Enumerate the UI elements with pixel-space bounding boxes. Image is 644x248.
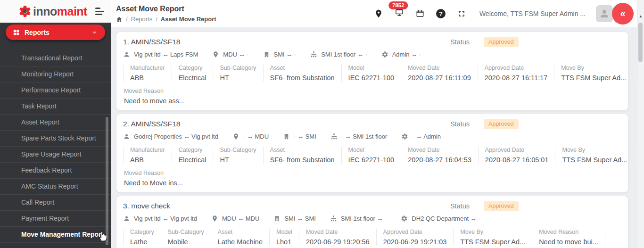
field-label: Approved Date (485, 65, 548, 71)
collapse-panel-button[interactable]: « (612, 3, 634, 25)
field-asset: AssetLathe Machine (211, 229, 269, 246)
sidebar-item-spare-parts-stock-report[interactable]: Spare Parts Stock Report (0, 131, 111, 147)
monitor-alert-icon (395, 8, 404, 17)
field-label: Sub-Category (168, 229, 204, 235)
scrollbar-thumb[interactable] (638, 23, 643, 62)
field-value: Lho1 (276, 238, 292, 246)
transfer-text: - ↔ MDU (243, 133, 269, 140)
record-title: 3. move check (123, 202, 621, 210)
field-value: 2020-08-27 16:04:53 (408, 156, 471, 164)
field-value: IEC 62271-100 (348, 156, 395, 164)
brand-logo-part2: maint (57, 5, 87, 18)
fullscreen-icon[interactable] (457, 9, 466, 18)
field-sub-category: Sub-CategoryHT (213, 65, 263, 82)
field-asset: AssetSF6- from Substation (263, 65, 341, 82)
breadcrumb-reports[interactable]: Reports (131, 16, 153, 23)
field-sub-category: Sub-CategoryMobile (161, 229, 211, 246)
field-row: ManufacturerABBCategoryElectricalSub-Cat… (123, 65, 621, 82)
topbar-titles: Asset Move Report / Reports / Asset Move… (116, 5, 216, 23)
sidebar-item-performance-report[interactable]: Performance Report (0, 83, 111, 99)
notifications-button[interactable]: 7852 (395, 8, 404, 19)
field-value: 2020-08-27 16:05:01 (485, 156, 549, 164)
field-label: Model (276, 229, 292, 235)
field-value: Lathe Machine (218, 238, 263, 246)
sidebar-item-call-report[interactable]: Call Report (0, 195, 111, 211)
sidebar-item-move-management-report[interactable]: Move Management Report (0, 227, 111, 243)
field-value: Need to Move ins... (124, 179, 621, 187)
transfer-item: - ↔ MDU (232, 133, 269, 140)
sidebar-scrollbar-thumb[interactable] (106, 117, 108, 245)
building-icon (263, 51, 270, 58)
sidebar-item-asset-report[interactable]: Asset Report (0, 115, 111, 131)
sidebar-item-feedback-report[interactable]: Feedback Report (0, 163, 111, 179)
help-icon[interactable]: ? (436, 9, 446, 18)
sidebar-item-task-report[interactable]: Task Report (0, 99, 111, 115)
transfer-row: Vig pvt ltd ↔ Vig pvt ltdMDU ↔ MDUSMI ↔ … (123, 215, 621, 222)
brand-logo-part1: inno (33, 5, 57, 18)
field-value: HT (220, 156, 256, 164)
field-asset: AssetSF6- from Substation (263, 147, 341, 164)
field-move-by: Move ByTTS FSM Super Ad... (555, 147, 634, 164)
transfer-text: SMI ↔ - (274, 51, 297, 58)
calendar-icon[interactable] (415, 9, 425, 18)
page-scrollbar[interactable]: ▲ (637, 0, 644, 248)
transfer-item: SMI 1st floor ↔ - (310, 51, 367, 58)
hamburger-menu-icon[interactable] (95, 6, 104, 17)
field-label: Sub-Category (220, 65, 256, 71)
sidebar-item-payment-report[interactable]: Payment Report (0, 211, 111, 227)
sidebar-item-transactional-report[interactable]: Transactional Report (0, 50, 111, 66)
building-icon (273, 215, 281, 222)
field-label: Moved Reason (539, 229, 598, 235)
field-value: 2020-08-27 16:11:09 (408, 74, 471, 82)
welcome-text: Welcome, TTS FSM Super Admin ... (479, 10, 586, 17)
user-icon (123, 133, 130, 140)
content-area: 1. AMIN/SS/SF18StatusApprovedVig pvt ltd… (111, 27, 637, 248)
status-label: Status (450, 38, 470, 46)
field-value: Mobile (168, 238, 204, 246)
record-title: 2. AMIN/SS/SF18 (123, 120, 621, 128)
breadcrumb-current: Asset Move Report (161, 16, 216, 23)
sitemap-icon (330, 215, 337, 222)
location-pin-icon[interactable] (374, 9, 383, 18)
brand-gear-icon (18, 4, 32, 18)
field-label: Manufacturer (130, 147, 165, 153)
topbar-actions: 7852 ? Welcome, TTS FSM Super Admin ... … (374, 3, 634, 25)
record-status: StatusApproved (450, 201, 519, 211)
transfer-item: DH2 QC Department ↔ - (401, 215, 480, 222)
sidebar-item-amc-status-report[interactable]: AMC Status Report (0, 179, 111, 195)
status-label: Status (450, 120, 470, 128)
reports-menu-button[interactable]: Reports (6, 25, 105, 40)
field-category: CategoryElectrical (172, 147, 213, 164)
field-label: Move By (460, 229, 525, 235)
transfer-item: - ↔ SMI 1st floor (330, 133, 388, 140)
status-badge: Approved (484, 37, 519, 47)
field-model: ModelIEC 62271-100 (341, 147, 401, 164)
transfer-item: Godrej Properties ↔ Vig pvt ltd (123, 133, 218, 140)
record-card: 3. move checkStatusApprovedVig pvt ltd ↔… (116, 196, 628, 248)
brand-logo-text: innomaint (33, 6, 87, 17)
field-label: Moved Date (408, 147, 471, 153)
avatar-person-icon (599, 8, 610, 19)
field-move-by: Move ByTTS FSM Super Ad... (453, 229, 532, 246)
field-moved-date: Moved Date2020-06-29 19:20:56 (299, 229, 376, 246)
field-label: Manufacturer (130, 65, 165, 71)
field-label: Model (348, 65, 395, 71)
records-list: 1. AMIN/SS/SF18StatusApprovedVig pvt ltd… (116, 32, 628, 248)
sidebar-item-spare-usage-report[interactable]: Spare Usage Report (0, 147, 111, 163)
moved-reason: Moved ReasonNeed to Move ins... (123, 170, 621, 187)
sidebar-item-monitoring-report[interactable]: Monitoring Report (0, 66, 111, 83)
transfer-text: - ↔ Admin (412, 133, 441, 140)
field-value: ABB (130, 74, 165, 82)
scrollbar-up-arrow[interactable]: ▲ (637, 14, 644, 18)
notification-count-badge: 7852 (388, 1, 408, 9)
avatar[interactable] (596, 5, 613, 22)
page-title: Asset Move Report (116, 5, 216, 13)
breadcrumb-separator: / (156, 16, 157, 23)
home-icon[interactable] (116, 16, 123, 23)
status-badge: Approved (484, 119, 519, 129)
field-manufacturer: ManufacturerABB (123, 147, 172, 164)
user-icon (123, 51, 130, 58)
building-icon (283, 133, 290, 140)
user-icon (123, 215, 130, 222)
field-label: Model (348, 147, 395, 153)
